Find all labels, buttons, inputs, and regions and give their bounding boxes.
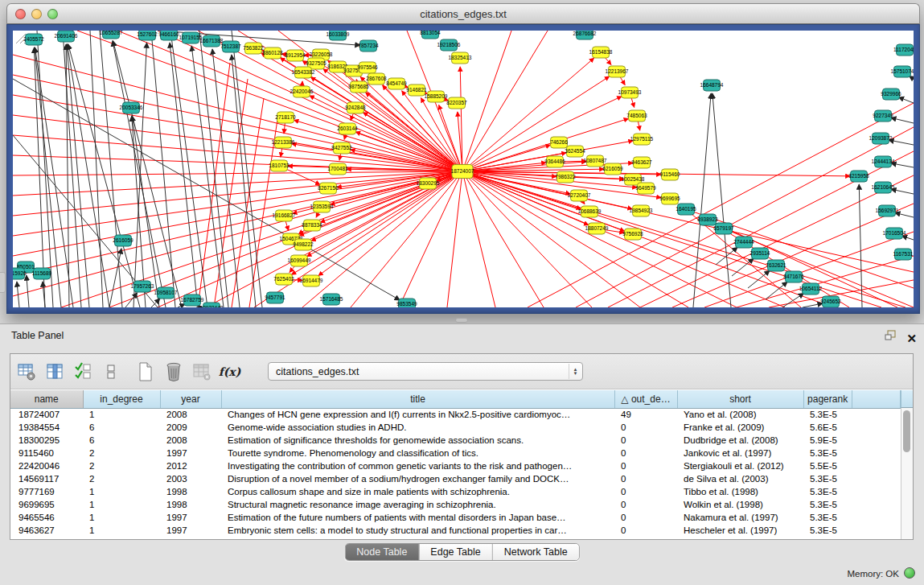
left-panel-collapse-handle[interactable] xyxy=(0,272,6,293)
graph-node[interactable]: 9227349 xyxy=(873,110,893,122)
graph-node[interactable]: 20053346 xyxy=(120,102,143,113)
cell[interactable]: Estimation of the future numbers of pati… xyxy=(221,511,614,524)
cell[interactable]: Hescheler et al. (1997) xyxy=(677,524,803,537)
cell[interactable]: 0 xyxy=(614,459,677,472)
graph-node[interactable]: 12093872 xyxy=(869,133,893,144)
graph-node[interactable]: 18300295 xyxy=(417,178,440,189)
column-header-in_degree[interactable]: in_degree xyxy=(83,390,160,408)
graph-node[interactable]: 9115460 xyxy=(660,169,680,180)
graph-node[interactable]: 7632621 xyxy=(766,260,786,271)
graph-node[interactable]: 10719155 xyxy=(179,32,203,43)
cell[interactable]: 9777169 xyxy=(10,485,83,498)
graph-node[interactable]: 2616059 xyxy=(113,235,133,246)
cell[interactable]: 5.5E-5 xyxy=(803,459,852,472)
graph-node[interactable]: 15716485 xyxy=(320,294,343,305)
column-header-pagerank[interactable]: pagerank xyxy=(803,390,852,408)
graph-node[interactable]: 7512387 xyxy=(220,41,241,52)
cell[interactable]: 5.6E-5 xyxy=(803,421,852,434)
row-options-icon[interactable] xyxy=(100,360,121,382)
graph-node[interactable]: 746266 xyxy=(550,137,568,148)
cell[interactable]: 2008 xyxy=(160,408,221,421)
cell[interactable]: 1997 xyxy=(160,511,221,524)
cell[interactable]: 6 xyxy=(83,434,160,447)
graph-node[interactable]: 18325413 xyxy=(449,52,472,64)
graph-node[interactable]: 16210645 xyxy=(872,182,895,193)
graph-node[interactable]: 12975115 xyxy=(630,134,654,145)
cell[interactable]: 0 xyxy=(614,447,677,459)
column-header-out_de[interactable]: △ out_de… xyxy=(614,390,677,408)
cell[interactable]: 5.3E-5 xyxy=(803,472,852,485)
cell[interactable]: 0 xyxy=(614,434,677,447)
graph-node[interactable]: 10654112 xyxy=(799,283,823,295)
table-row[interactable]: 1830029562008Estimation of significance … xyxy=(10,434,901,447)
cell[interactable]: 2009 xyxy=(160,421,221,434)
cell[interactable]: Tibbo et al. (1998) xyxy=(677,485,803,498)
cell[interactable]: 0 xyxy=(614,511,677,524)
cell[interactable]: 0 xyxy=(614,421,677,434)
graph-node[interactable]: 8471676 xyxy=(783,271,804,282)
graph-node[interactable]: 8454749 xyxy=(386,78,407,89)
cell[interactable]: 1 xyxy=(83,408,160,421)
float-panel-icon[interactable] xyxy=(885,330,897,341)
graph-node[interactable]: 17016504 xyxy=(883,228,906,239)
delete-column-icon[interactable] xyxy=(162,360,184,382)
graph-node[interactable]: 8860128 xyxy=(262,47,283,59)
graph-node[interactable]: 7986322 xyxy=(555,171,576,183)
graph-node[interactable]: 12213386 xyxy=(272,137,295,148)
graph-node[interactable]: 17957263 xyxy=(131,281,154,292)
graph-node[interactable]: 9463627 xyxy=(631,157,652,168)
graph-node[interactable]: 8215958 xyxy=(848,171,869,182)
scrollbar-thumb[interactable] xyxy=(903,410,910,452)
cell[interactable]: 0 xyxy=(614,485,677,498)
graph-node[interactable]: 18807249 xyxy=(585,223,609,234)
cell[interactable]: 1997 xyxy=(160,447,221,459)
table-row[interactable]: 911546021997Tourette syndrome. Phenomeno… xyxy=(10,447,901,459)
cell[interactable]: 9699695 xyxy=(10,498,83,511)
graph-node[interactable]: 9875685 xyxy=(348,81,369,93)
cell[interactable]: 22420046 xyxy=(10,459,83,472)
graph-node[interactable]: 26876682 xyxy=(573,31,597,39)
graph-node[interactable]: 7625402 xyxy=(273,274,294,285)
graph-node[interactable]: 19218506 xyxy=(437,39,461,51)
graph-node[interactable]: 3624554 xyxy=(565,146,585,157)
graph-node[interactable]: 16099449 xyxy=(288,255,311,266)
graph-node[interactable]: 20691406 xyxy=(55,31,78,42)
graph-node[interactable]: 2867608 xyxy=(366,73,387,84)
column-header-title[interactable]: title xyxy=(221,390,614,408)
cell[interactable]: Wolkin et al. (1998) xyxy=(677,498,803,511)
cell[interactable]: Jankovic et al. (1997) xyxy=(677,447,803,459)
graph-node[interactable]: 8267150 xyxy=(318,183,339,194)
cell[interactable]: 0 xyxy=(614,498,677,511)
graph-node[interactable]: 18724007 xyxy=(451,165,474,179)
tab-edge-table[interactable]: Edge Table xyxy=(419,544,492,560)
graph-node[interactable]: 12444134 xyxy=(872,156,895,167)
graph-node[interactable]: 9245652 xyxy=(820,296,841,307)
cell[interactable]: 5.3E-5 xyxy=(803,485,852,498)
cell[interactable]: 2 xyxy=(83,472,160,485)
cell[interactable]: 2 xyxy=(83,447,160,459)
graph-node[interactable]: 9364486 xyxy=(544,156,565,167)
graph-node[interactable]: 7857234 xyxy=(358,40,379,51)
graph-node[interactable]: 16648794 xyxy=(700,80,724,91)
graph-node[interactable]: 9457791 xyxy=(265,292,285,303)
cell[interactable]: 14569117 xyxy=(10,472,83,485)
cell[interactable]: 2 xyxy=(83,459,160,472)
table-row[interactable]: 969969511998Structural magnetic resonanc… xyxy=(10,498,901,511)
graph-node[interactable]: 2744444 xyxy=(733,237,754,248)
panel-splitter-handle[interactable] xyxy=(455,318,468,323)
cell[interactable]: 2012 xyxy=(160,459,221,472)
graph-node[interactable]: 10655287 xyxy=(100,31,123,39)
graph-node[interactable]: 22420046 xyxy=(290,86,314,97)
table-row[interactable]: 2242004622012Investigating the contribut… xyxy=(10,459,901,472)
graph-node[interactable]: 2603144 xyxy=(337,123,358,134)
cell[interactable]: Genome-wide association studies in ADHD. xyxy=(221,421,614,434)
graph-node[interactable]: 19854923 xyxy=(630,205,653,216)
new-table-icon[interactable] xyxy=(134,360,156,382)
cell[interactable]: Disruption of a novel member of a sodium… xyxy=(221,472,614,485)
cell[interactable]: Embryonic stem cells: a model to study s… xyxy=(221,524,614,537)
table-row[interactable]: 946362711997Embryonic stem cells: a mode… xyxy=(10,524,901,537)
graph-node[interactable]: 9756928 xyxy=(622,229,643,240)
graph-node[interactable]: 7563822 xyxy=(243,43,264,54)
graph-node[interactable]: 2935114 xyxy=(750,248,770,259)
table-row[interactable]: 977716911998Corpus callosum shape and si… xyxy=(10,485,901,498)
